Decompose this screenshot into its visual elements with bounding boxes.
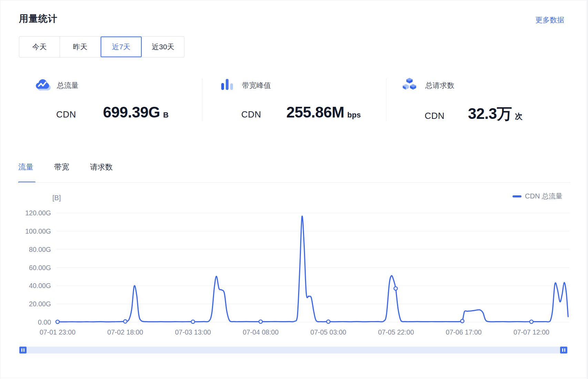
y-axis-label: 60.00G (29, 264, 51, 272)
x-axis-label: 07-04 08:00 (243, 328, 278, 336)
y-axis-label: 100.00G (25, 227, 51, 235)
y-axis-label: 40.00G (29, 282, 51, 289)
x-axis-label: 07-02 18:00 (107, 328, 143, 336)
range-tab-last-7-days[interactable]: 近7天 (101, 37, 142, 57)
x-axis-label: 07-05 22:00 (378, 328, 414, 336)
datazoom-slider-track[interactable] (19, 347, 567, 354)
datazoom-right-handle[interactable] (560, 347, 567, 354)
datazoom-left-handle[interactable] (19, 347, 27, 354)
data-point-marker[interactable] (460, 319, 464, 323)
x-axis-label: 07-05 03:00 (311, 328, 346, 336)
traffic-line-chart: 0.0020.00G40.00G60.00G80.00G100.00G120.0… (0, 0, 588, 379)
y-axis-label: 20.00G (29, 300, 51, 308)
data-point-marker[interactable] (259, 320, 262, 324)
data-point-marker[interactable] (394, 287, 397, 290)
data-point-marker[interactable] (191, 320, 195, 324)
data-point-marker[interactable] (56, 320, 59, 324)
data-point-marker[interactable] (530, 320, 533, 324)
x-axis-label: 07-01 23:00 (40, 328, 75, 336)
x-axis-label: 07-07 12:00 (514, 328, 549, 336)
x-axis-label: 07-03 13:00 (175, 328, 211, 336)
usage-statistics-card: 用量统计 更多数据 今天 昨天 近7天 近30天 总流量 CDN 699.39G… (0, 0, 588, 379)
data-point-marker[interactable] (327, 320, 330, 324)
y-axis-label: 0.00 (38, 318, 51, 326)
series-line-cdn-total-traffic (58, 216, 568, 322)
y-axis-label: 80.00G (29, 246, 51, 253)
y-axis-label: 120.00G (25, 209, 51, 217)
data-point-marker[interactable] (123, 320, 127, 323)
x-axis-label: 07-06 17:00 (446, 328, 481, 336)
